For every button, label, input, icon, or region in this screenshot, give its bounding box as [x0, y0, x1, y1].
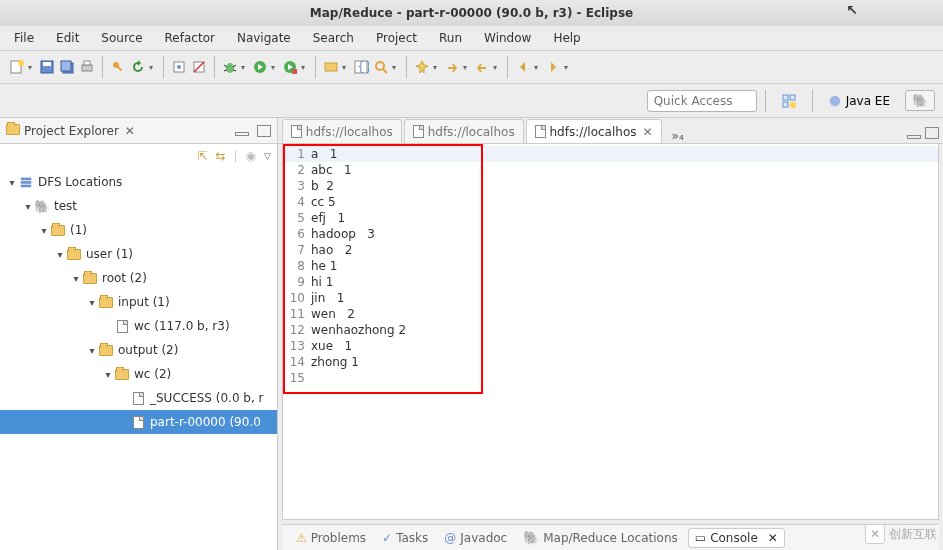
tree-item[interactable]: wc (117.0 b, r3)	[0, 314, 277, 338]
back-icon[interactable]	[514, 58, 532, 76]
project-explorer-toolbar: ⇱ ⇆ | ◉ ▽	[0, 144, 277, 168]
tree-item[interactable]: ▾root (2)	[0, 266, 277, 290]
tree-item[interactable]: _SUCCESS (0.0 b, r	[0, 386, 277, 410]
close-tab-icon[interactable]: ✕	[642, 125, 652, 139]
menu-file[interactable]: File	[12, 28, 36, 48]
annotation-prev-icon[interactable]	[473, 58, 491, 76]
build-icon[interactable]	[109, 58, 127, 76]
collapse-all-icon[interactable]: ⇱	[197, 149, 207, 163]
chevron-down-icon[interactable]: ▾	[86, 345, 98, 356]
folder-icon	[98, 294, 114, 310]
annotation-next-icon[interactable]	[443, 58, 461, 76]
chevron-down-icon[interactable]: ▾	[70, 273, 82, 284]
project-tree[interactable]: ▾DFS Locations▾🐘test▾(1)▾user (1)▾root (…	[0, 168, 277, 550]
editor-tab-active[interactable]: hdfs://localhos✕	[526, 119, 662, 143]
chevron-down-icon[interactable]: ▾	[22, 201, 34, 212]
dropdown-icon[interactable]: ▾	[301, 63, 309, 72]
quick-access-input[interactable]	[647, 90, 757, 112]
dropdown-icon[interactable]: ▾	[463, 63, 471, 72]
minimize-editor-icon[interactable]	[907, 135, 921, 139]
perspective-javaee[interactable]: Java EE	[821, 91, 897, 111]
debug-icon[interactable]	[221, 58, 239, 76]
link-editor-icon[interactable]: ⇆	[215, 149, 225, 163]
perspective-mapreduce[interactable]: 🐘	[905, 90, 935, 111]
minimize-view-icon[interactable]	[235, 132, 249, 136]
file-icon	[291, 125, 302, 138]
forward-icon[interactable]	[544, 58, 562, 76]
chevron-down-icon[interactable]: ▾	[86, 297, 98, 308]
focus-task-icon[interactable]: ◉	[246, 149, 256, 163]
print-icon[interactable]	[78, 58, 96, 76]
save-icon[interactable]	[38, 58, 56, 76]
menu-source[interactable]: Source	[99, 28, 144, 48]
tree-item[interactable]: ▾🐘test	[0, 194, 277, 218]
file-icon	[114, 318, 130, 334]
breakpoint-icon[interactable]	[170, 58, 188, 76]
tree-item[interactable]: ▾(1)	[0, 218, 277, 242]
mapreduce-locations-tab[interactable]: 🐘Map/Reduce Locations	[517, 528, 684, 547]
more-tabs-icon[interactable]: »₄	[664, 129, 692, 143]
problems-tab[interactable]: ⚠Problems	[290, 529, 372, 547]
chevron-down-icon[interactable]: ▾	[6, 177, 18, 188]
pin-icon[interactable]	[413, 58, 431, 76]
folder-icon	[82, 270, 98, 286]
dropdown-icon[interactable]: ▾	[534, 63, 542, 72]
maximize-view-icon[interactable]	[257, 125, 271, 137]
dropdown-icon[interactable]: ▾	[342, 63, 350, 72]
dropdown-icon[interactable]: ▾	[493, 63, 501, 72]
run-icon[interactable]	[251, 58, 269, 76]
search-icon[interactable]	[372, 58, 390, 76]
close-view-icon[interactable]: ✕	[768, 531, 778, 545]
tree-item[interactable]: ▾user (1)	[0, 242, 277, 266]
new-server-icon[interactable]	[322, 58, 340, 76]
svg-rect-34	[21, 185, 32, 188]
new-icon[interactable]	[8, 58, 26, 76]
menu-search[interactable]: Search	[311, 28, 356, 48]
open-type-icon[interactable]: {}	[352, 58, 370, 76]
tree-item[interactable]: ▾DFS Locations	[0, 170, 277, 194]
menu-help[interactable]: Help	[551, 28, 582, 48]
tree-item-label: input (1)	[118, 295, 170, 309]
chevron-down-icon[interactable]: ▾	[38, 225, 50, 236]
tree-item[interactable]: ▾input (1)	[0, 290, 277, 314]
run-last-icon[interactable]	[281, 58, 299, 76]
folder-icon	[114, 366, 130, 382]
menu-navigate[interactable]: Navigate	[235, 28, 293, 48]
tree-item[interactable]: part-r-00000 (90.0	[0, 410, 277, 434]
code-line: 15	[283, 370, 938, 386]
editor-tab[interactable]: hdfs://localhos	[404, 119, 524, 143]
code-line: 10jin 1	[283, 290, 938, 306]
close-view-icon[interactable]: ✕	[125, 124, 135, 138]
menu-edit[interactable]: Edit	[54, 28, 81, 48]
view-menu-icon[interactable]: ▽	[264, 151, 271, 161]
window-title: Map/Reduce - part-r-00000 (90.0 b, r3) -…	[310, 6, 633, 20]
maximize-editor-icon[interactable]	[925, 127, 939, 139]
dropdown-icon[interactable]: ▾	[564, 63, 572, 72]
menu-run[interactable]: Run	[437, 28, 464, 48]
chevron-down-icon[interactable]: ▾	[54, 249, 66, 260]
editor-tab[interactable]: hdfs://localhos	[282, 119, 402, 143]
line-content: abc 1	[311, 162, 352, 178]
dropdown-icon[interactable]: ▾	[271, 63, 279, 72]
code-line: 2abc 1	[283, 162, 938, 178]
dropdown-icon[interactable]: ▾	[433, 63, 441, 72]
tasks-tab[interactable]: ✓Tasks	[376, 529, 434, 547]
skip-breakpoints-icon[interactable]	[190, 58, 208, 76]
console-tab[interactable]: ▭Console✕	[688, 528, 785, 548]
tree-item[interactable]: ▾output (2)	[0, 338, 277, 362]
bottom-views: ⚠Problems ✓Tasks @Javadoc 🐘Map/Reduce Lo…	[282, 524, 939, 550]
menu-project[interactable]: Project	[374, 28, 419, 48]
save-all-icon[interactable]	[58, 58, 76, 76]
tree-item[interactable]: ▾wc (2)	[0, 362, 277, 386]
open-perspective-button[interactable]	[774, 90, 804, 112]
text-editor[interactable]: 1a 12abc 13b 24cc 55efj 16hadoop 37hao 2…	[282, 144, 939, 520]
refresh-icon[interactable]	[129, 58, 147, 76]
javadoc-tab[interactable]: @Javadoc	[438, 529, 513, 547]
dropdown-icon[interactable]: ▾	[241, 63, 249, 72]
dropdown-icon[interactable]: ▾	[392, 63, 400, 72]
dropdown-icon[interactable]: ▾	[28, 63, 36, 72]
menu-refactor[interactable]: Refactor	[163, 28, 217, 48]
chevron-down-icon[interactable]: ▾	[102, 369, 114, 380]
dropdown-icon[interactable]: ▾	[149, 63, 157, 72]
menu-window[interactable]: Window	[482, 28, 533, 48]
